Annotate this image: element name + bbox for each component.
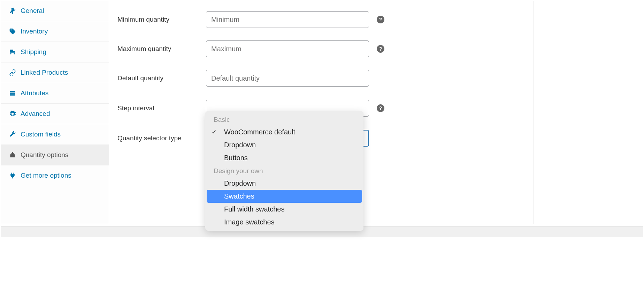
field-minimum-quantity: Minimum quantity ? [117,11,525,28]
step-interval-label: Step interval [117,104,206,112]
sidebar-item-shipping[interactable]: Shipping [1,42,109,62]
sidebar-item-label: Advanced [21,110,50,118]
sidebar-item-label: Custom fields [21,131,61,138]
default-quantity-input[interactable] [206,70,369,87]
field-maximum-quantity: Maximum quantity ? [117,40,525,57]
sidebar-item-attributes[interactable]: Attributes [1,83,109,104]
dropdown-group-design-your-own: Design your own [205,164,363,177]
sidebar-item-general[interactable]: General [1,1,109,21]
help-icon[interactable]: ? [377,104,384,112]
field-default-quantity: Default quantity [117,70,525,87]
maximum-quantity-label: Maximum quantity [117,45,206,53]
help-icon[interactable]: ? [377,16,384,23]
dropdown-option-buttons[interactable]: Buttons [205,151,363,164]
list-icon [8,89,17,97]
wrench-icon [8,131,17,138]
sidebar-item-inventory[interactable]: Inventory [1,21,109,42]
dropdown-option-dropdown-basic[interactable]: Dropdown [205,139,363,151]
quantity-selector-type-label: Quantity selector type [117,134,206,142]
dropdown-option-woocommerce-default[interactable]: WooCommerce default [205,126,363,139]
sidebar-item-get-more-options[interactable]: Get more options [1,165,109,186]
tag-icon [8,28,17,35]
truck-icon [8,48,17,56]
sidebar-item-label: Attributes [21,89,48,97]
sidebar-item-custom-fields[interactable]: Custom fields [1,124,109,145]
sidebar-item-label: Inventory [21,28,48,35]
sidebar-item-quantity-options[interactable]: Quantity options [1,145,109,165]
wrench-icon [8,7,17,15]
dropdown-group-basic: Basic [205,113,363,126]
help-icon[interactable]: ? [377,45,384,53]
sidebar-item-linked-products[interactable]: Linked Products [1,62,109,83]
dropdown-option-image-swatches[interactable]: Image swatches [205,216,363,229]
minimum-quantity-label: Minimum quantity [117,16,206,23]
quantity-selector-type-dropdown[interactable]: Basic WooCommerce default Dropdown Butto… [205,111,363,231]
dropdown-option-full-width-swatches[interactable]: Full width swatches [205,203,363,216]
product-data-sidebar: General Inventory Shipping Linked Produc… [1,1,109,224]
dropdown-option-swatches[interactable]: Swatches [207,190,362,203]
minimum-quantity-input[interactable] [206,11,369,28]
dropdown-option-dropdown-custom[interactable]: Dropdown [205,177,363,190]
sidebar-item-label: Linked Products [21,69,68,76]
default-quantity-label: Default quantity [117,74,206,82]
sidebar-item-advanced[interactable]: Advanced [1,104,109,124]
sidebar-item-label: Shipping [21,48,46,56]
sidebar-item-label: Quantity options [21,151,68,159]
link-icon [8,69,17,76]
plug-icon [8,172,17,179]
quantity-icon [8,151,17,159]
gear-icon [8,110,17,118]
maximum-quantity-input[interactable] [206,40,369,57]
sidebar-item-label: Get more options [21,172,71,179]
sidebar-item-label: General [21,7,44,15]
